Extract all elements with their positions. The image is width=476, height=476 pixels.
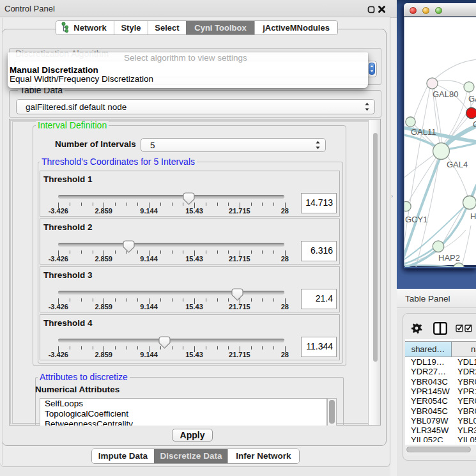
svg-text:GCY1: GCY1 <box>405 215 427 224</box>
svg-text:H: H <box>470 211 476 221</box>
svg-text:HAP2: HAP2 <box>438 253 460 263</box>
svg-text:GAL80: GAL80 <box>433 89 458 99</box>
svg-text:GAL11: GAL11 <box>411 127 436 137</box>
svg-text:GA: GA <box>468 94 476 104</box>
svg-text:C: C <box>473 119 476 129</box>
svg-text:GAL4: GAL4 <box>447 160 468 169</box>
